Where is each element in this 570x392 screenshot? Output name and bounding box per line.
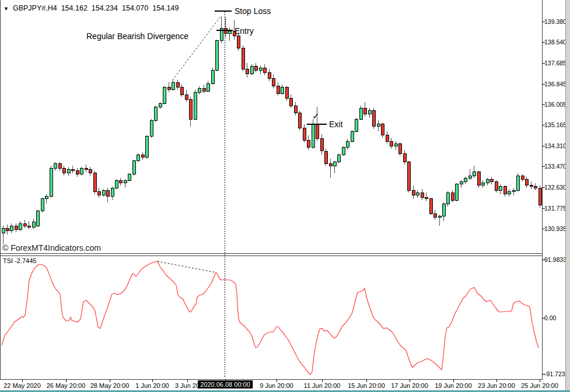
- time-axis-label: 1 Jun 20:00: [135, 382, 169, 389]
- bull-candle: [359, 108, 362, 119]
- tsi-line: [2, 261, 538, 374]
- bull-candle: [32, 222, 35, 227]
- bull-candle: [19, 223, 22, 230]
- bear-candle: [307, 140, 310, 148]
- bull-candle: [172, 82, 174, 90]
- bull-candle: [516, 176, 519, 190]
- bull-candle: [460, 182, 463, 184]
- bull-candle: [54, 163, 57, 168]
- bear-candle: [189, 100, 192, 120]
- exit-checkmark-icon[interactable]: ✓: [312, 111, 320, 121]
- time-axis-label: 9 Jun 20:00: [260, 382, 293, 389]
- watermark: © ForexMT4Indicators.com: [2, 243, 101, 253]
- bear-candle: [329, 163, 332, 166]
- time-axis-label: 25 Jun 20:00: [521, 382, 558, 389]
- bull-candle: [102, 190, 105, 195]
- time-axis-label: 28 May 20:00: [90, 382, 130, 389]
- price-axis-label: 130.935: [544, 225, 566, 232]
- time-axis-label: 11 Jun 20:00: [304, 382, 341, 389]
- bear-candle: [93, 173, 96, 192]
- time-axis-label: 17 Jun 20:00: [391, 382, 428, 389]
- bear-candle: [185, 94, 188, 99]
- bear-candle: [272, 79, 275, 86]
- bear-candle: [246, 69, 249, 74]
- bear-candle: [15, 226, 18, 229]
- window-edge-strip: [565, 0, 570, 392]
- bear-candle: [268, 72, 271, 78]
- bear-candle: [303, 128, 306, 140]
- quote-close: 154.149: [152, 4, 179, 12]
- bull-candle: [124, 180, 127, 183]
- symbol-dropdown-icon[interactable]: ▼: [4, 6, 9, 12]
- bear-candle: [85, 168, 88, 169]
- bull-candle: [128, 174, 131, 181]
- bull-candle: [377, 124, 380, 127]
- divergence-annotation-label[interactable]: Regular Bearish Divergence: [86, 32, 188, 41]
- bear-candle: [294, 106, 297, 113]
- exit-label[interactable]: Exit: [329, 120, 342, 129]
- time-axis-label: 23 Jun 20:00: [478, 382, 515, 389]
- bull-candle: [281, 88, 284, 94]
- bull-candle: [346, 141, 349, 148]
- bull-candle: [333, 162, 336, 166]
- bull-candle: [394, 144, 397, 146]
- entry-label[interactable]: Entry: [235, 26, 254, 36]
- chart-canvas[interactable]: [0, 0, 570, 392]
- bear-candle: [386, 135, 389, 142]
- bull-candle: [464, 178, 467, 181]
- bull-candle: [250, 66, 253, 74]
- bear-candle: [242, 48, 244, 69]
- bear-candle: [324, 151, 327, 163]
- bull-candle: [455, 184, 458, 200]
- bear-candle: [237, 36, 240, 48]
- bear-candle: [97, 191, 100, 195]
- bear-candle: [289, 99, 292, 106]
- bull-candle: [259, 68, 262, 70]
- bear-candle: [180, 88, 183, 95]
- selected-time-label[interactable]: 2020.06.08 00:00: [198, 380, 253, 388]
- bull-candle: [137, 155, 139, 161]
- price-axis-label: 137.685: [544, 60, 566, 66]
- bull-candle: [163, 88, 166, 103]
- bull-candle: [228, 31, 231, 33]
- bull-candle: [512, 190, 515, 191]
- bear-candle: [530, 186, 533, 187]
- bear-candle: [534, 187, 537, 188]
- bear-candle: [202, 89, 205, 91]
- price-axis-label: 136.845: [544, 80, 566, 88]
- quote-bar[interactable]: ▼ GBPJPY#,H4 154.162 154.234 154.070 154…: [4, 4, 179, 12]
- stop-loss-label[interactable]: Stop Loss: [235, 6, 271, 16]
- bear-candle: [254, 66, 257, 70]
- price-axis-label: 133.470: [544, 163, 566, 170]
- bear-candle: [421, 192, 424, 197]
- time-axis-label: 22 May 2020: [4, 382, 41, 389]
- price-axis-label: 138.540: [544, 38, 566, 46]
- bear-candle: [477, 172, 480, 186]
- bull-candle: [351, 131, 354, 141]
- quote-low: 154.070: [122, 4, 148, 12]
- bear-candle: [316, 124, 319, 139]
- bull-candle: [145, 136, 148, 158]
- bull-candle: [115, 180, 118, 188]
- bull-candle: [312, 124, 314, 148]
- bull-candle: [194, 92, 197, 119]
- symbol-period-label: GBPJPY#,H4: [13, 4, 57, 12]
- bear-candle: [451, 192, 454, 200]
- bull-candle: [368, 111, 371, 114]
- bull-candle: [481, 183, 484, 186]
- tsi-divergence-trendline[interactable]: [158, 261, 216, 272]
- bull-candle: [215, 41, 218, 70]
- bear-candle: [429, 199, 432, 214]
- bear-candle: [27, 226, 30, 227]
- bear-candle: [89, 170, 92, 173]
- bull-candle: [355, 119, 358, 131]
- bull-candle: [45, 197, 48, 199]
- bear-candle: [320, 139, 323, 151]
- bull-candle: [150, 120, 153, 136]
- bull-candle: [132, 161, 135, 174]
- bear-candle: [285, 88, 288, 99]
- bull-candle: [41, 199, 44, 211]
- time-axis-label: 15 Jun 20:00: [348, 382, 385, 389]
- bear-candle: [538, 188, 541, 205]
- bull-candle: [499, 187, 502, 190]
